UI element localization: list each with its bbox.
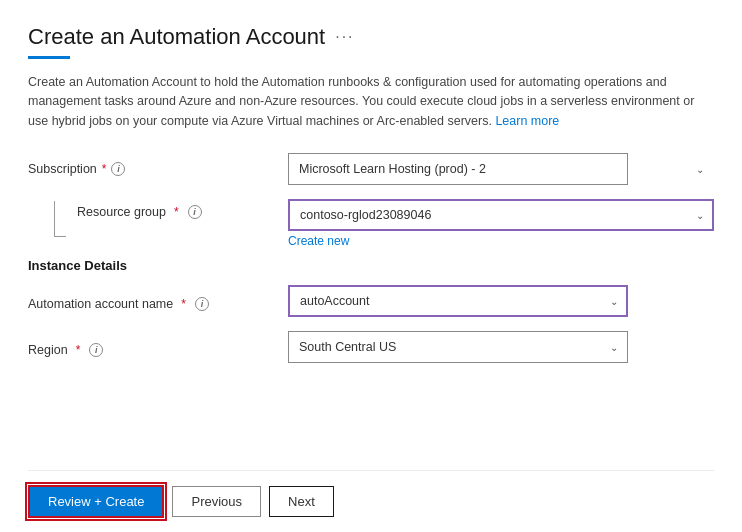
- region-select-wrapper: South Central US ⌄: [288, 331, 628, 363]
- instance-details-title: Instance Details: [28, 258, 714, 273]
- more-options-icon[interactable]: ···: [335, 28, 354, 46]
- region-info-icon[interactable]: i: [89, 343, 103, 357]
- subscription-select[interactable]: Microsoft Learn Hosting (prod) - 2: [288, 153, 628, 185]
- page-title: Create an Automation Account: [28, 24, 325, 50]
- region-select[interactable]: South Central US: [288, 331, 628, 363]
- footer: Review + Create Previous Next: [28, 470, 714, 532]
- learn-more-link[interactable]: Learn more: [495, 114, 559, 128]
- automation-account-name-select[interactable]: autoAccount: [288, 285, 628, 317]
- automation-account-name-required: *: [181, 297, 186, 311]
- automation-account-name-label-col: Automation account name * i: [28, 291, 288, 311]
- automation-account-name-info-icon[interactable]: i: [195, 297, 209, 311]
- region-label-col: Region * i: [28, 337, 288, 357]
- resource-group-info-icon[interactable]: i: [188, 205, 202, 219]
- page-description: Create an Automation Account to hold the…: [28, 73, 708, 131]
- form-section: Subscription * i Microsoft Learn Hosting…: [28, 153, 714, 470]
- resource-group-select[interactable]: contoso-rglod23089046: [288, 199, 714, 231]
- previous-button[interactable]: Previous: [172, 486, 261, 517]
- resource-group-input-col: contoso-rglod23089046 ⌄ Create new: [288, 199, 714, 248]
- subscription-info-icon[interactable]: i: [111, 162, 125, 176]
- subscription-row: Subscription * i Microsoft Learn Hosting…: [28, 153, 714, 185]
- create-new-link[interactable]: Create new: [288, 234, 714, 248]
- automation-account-name-label: Automation account name: [28, 297, 173, 311]
- title-underline: [28, 56, 70, 59]
- resource-group-required: *: [174, 205, 179, 219]
- region-input-col: South Central US ⌄: [288, 331, 714, 363]
- subscription-label: Subscription: [28, 162, 97, 176]
- subscription-input-col: Microsoft Learn Hosting (prod) - 2 ⌄: [288, 153, 714, 185]
- automation-account-name-input-col: autoAccount ⌄: [288, 285, 714, 317]
- region-row: Region * i South Central US ⌄: [28, 331, 714, 363]
- connector-line: [54, 201, 66, 237]
- resource-group-row: Resource group * i contoso-rglod23089046…: [28, 199, 714, 248]
- subscription-required: *: [102, 162, 107, 176]
- review-create-button[interactable]: Review + Create: [28, 485, 164, 518]
- subscription-chevron-icon: ⌄: [696, 164, 704, 175]
- next-button[interactable]: Next: [269, 486, 334, 517]
- automation-account-name-row: Automation account name * i autoAccount …: [28, 285, 714, 317]
- subscription-label-col: Subscription * i: [28, 162, 288, 176]
- subscription-select-wrapper: Microsoft Learn Hosting (prod) - 2 ⌄: [288, 153, 714, 185]
- automation-account-name-select-wrapper: autoAccount ⌄: [288, 285, 628, 317]
- region-required: *: [76, 343, 81, 357]
- resource-group-select-wrapper: contoso-rglod23089046 ⌄: [288, 199, 714, 231]
- region-label: Region: [28, 343, 68, 357]
- resource-group-label: Resource group: [77, 205, 166, 219]
- resource-group-label-col: Resource group * i: [28, 199, 288, 237]
